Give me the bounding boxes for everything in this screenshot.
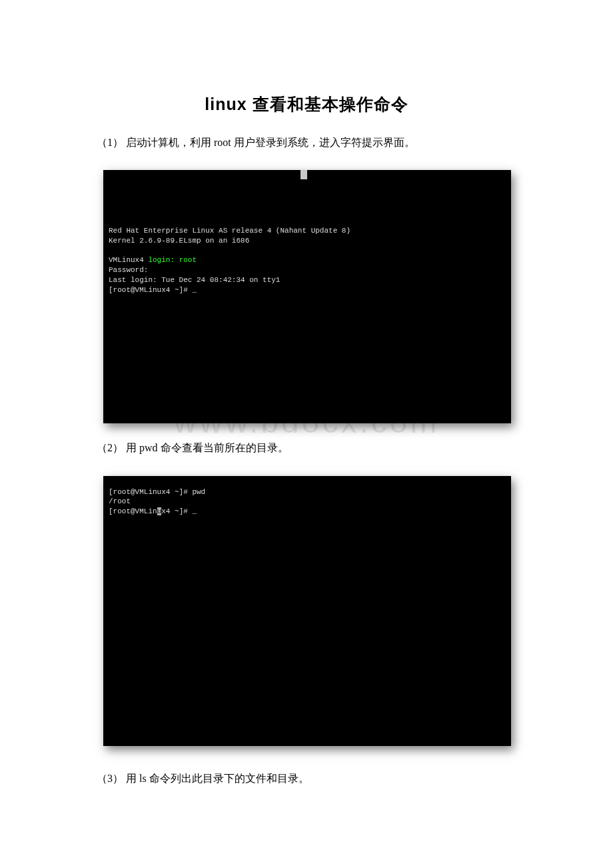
term1-lastlogin: Last login: Tue Dec 24 08:42:34 on tty1 (109, 276, 280, 284)
term2-line3a: [root@VMLin (109, 507, 157, 515)
terminal-1-wrap: Red Hat Enterprise Linux AS release 4 (N… (103, 170, 511, 423)
term1-line3a: VMLinux4 (109, 256, 148, 264)
step-2-text: （2） 用 pwd 命令查看当前所在的目录。 (97, 438, 516, 458)
term1-line1: Red Hat Enterprise Linux AS release 4 (N… (109, 227, 350, 235)
page-title: linux 查看和基本操作命令 (97, 93, 516, 115)
step-3-text: （3） 用 ls 命令列出此目录下的文件和目录。 (97, 769, 516, 789)
document-page: linux 查看和基本操作命令 （1） 启动计算机，利用 root 用户登录到系… (0, 0, 613, 846)
terminal-1: Red Hat Enterprise Linux AS release 4 (N… (103, 170, 511, 423)
terminal-2: [root@VMLinux4 ~]# pwd /root [root@VMLin… (103, 476, 511, 746)
terminal-2-wrap: [root@VMLinux4 ~]# pwd /root [root@VMLin… (103, 476, 511, 746)
terminal-header-marker (301, 170, 307, 179)
term2-line3c: x4 ~]# (161, 507, 197, 515)
term1-prompt: [root@VMLinux4 ~]# (109, 286, 197, 294)
step-1-text: （1） 启动计算机，利用 root 用户登录到系统，进入字符提示界面。 (97, 133, 516, 153)
term1-line2: Kernel 2.6.9-89.ELsmp on an i686 (109, 237, 249, 245)
term1-login-user: root (175, 256, 197, 264)
term2-line1: [root@VMLinux4 ~]# pwd (109, 488, 205, 496)
term1-password: Password: (109, 266, 148, 274)
term1-login-label: login: (148, 256, 175, 264)
terminal-header-strip (103, 170, 511, 181)
term2-line2: /root (109, 497, 131, 505)
